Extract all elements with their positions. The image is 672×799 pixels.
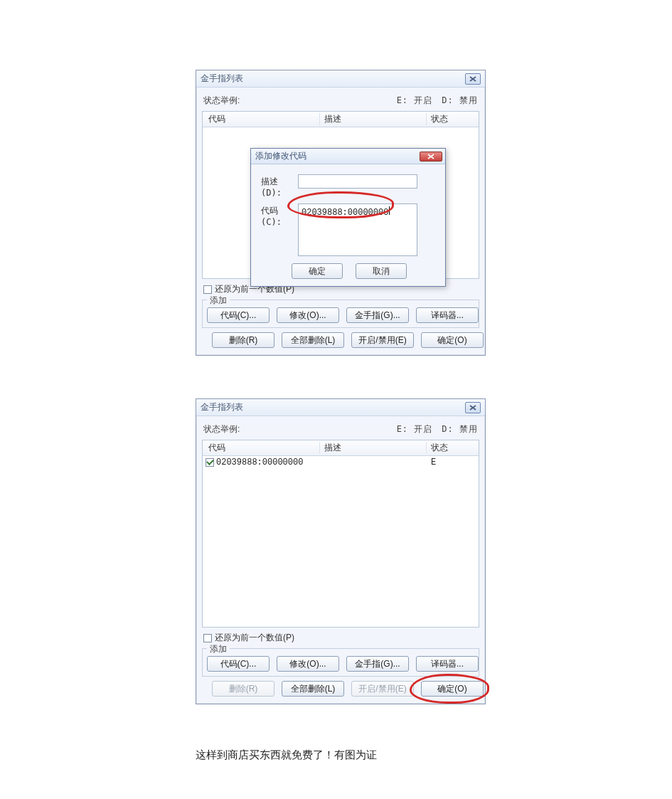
list-header: 代码 描述 状态 (203, 112, 479, 127)
list-body[interactable]: 02039888:00000000 E (203, 456, 479, 627)
status-legend: 状态举例: E: 开启 D: 禁用 (202, 92, 479, 111)
status-legend: 状态举例: E: 开启 D: 禁用 (202, 420, 479, 440)
add-legend: 添加 (207, 295, 230, 307)
code-label: 代码(C): (261, 203, 298, 227)
window-title: 金手指列表 (201, 401, 465, 413)
column-desc[interactable]: 描述 (320, 442, 427, 454)
modify-button[interactable]: 修改(O)... (277, 656, 339, 672)
add-code-button[interactable]: 代码(C)... (207, 307, 270, 323)
window-titlebar[interactable]: 金手指列表 (196, 399, 485, 416)
column-status[interactable]: 状态 (427, 442, 479, 454)
decoder-button[interactable]: 译码器... (416, 656, 479, 672)
status-label: 状态举例: (203, 95, 240, 107)
decoder-button[interactable]: 译码器... (416, 307, 479, 323)
row-code: 02039888:00000000 (216, 457, 303, 467)
window-titlebar[interactable]: 金手指列表 (196, 70, 485, 88)
text-caret (389, 206, 390, 215)
code-value: 02039888:00000000 (302, 208, 388, 218)
code-field[interactable]: 02039888:00000000 (298, 203, 417, 256)
column-desc[interactable]: 描述 (320, 113, 427, 125)
cheat-button[interactable]: 金手指(G)... (346, 307, 409, 323)
status-label: 状态举例: (203, 423, 240, 435)
ok-button[interactable]: 确定(O) (421, 681, 484, 697)
dialog-titlebar[interactable]: 添加修改代码 (251, 149, 445, 164)
toggle-button[interactable]: 开启/禁用(E) (351, 332, 414, 348)
dialog-ok-button[interactable]: 确定 (292, 263, 343, 279)
checkbox-icon[interactable] (203, 634, 212, 642)
modify-button[interactable]: 修改(O)... (277, 307, 339, 323)
desc-label: 描述(D): (261, 174, 298, 198)
table-row[interactable]: 02039888:00000000 E (203, 456, 479, 469)
dialog-title: 添加修改代码 (254, 150, 420, 162)
description-field[interactable] (298, 174, 417, 189)
add-legend: 添加 (207, 643, 230, 655)
ok-button[interactable]: 确定(O) (421, 332, 484, 348)
restore-previous-checkbox[interactable]: 还原为前一个数值(P) (202, 628, 479, 647)
column-status[interactable]: 状态 (427, 113, 479, 125)
cheat-button[interactable]: 金手指(G)... (346, 656, 409, 672)
column-code[interactable]: 代码 (203, 442, 320, 454)
toggle-button[interactable]: 开启/禁用(E) (351, 681, 414, 697)
checkbox-icon[interactable] (203, 285, 212, 294)
delete-button[interactable]: 删除(R) (212, 681, 274, 697)
column-code[interactable]: 代码 (203, 113, 320, 125)
restore-label: 还原为前一个数值(P) (215, 632, 294, 644)
row-status: E (427, 457, 479, 467)
add-group: 添加 代码(C)... 修改(O)... 金手指(G)... 译码器... (202, 648, 479, 677)
delete-all-button[interactable]: 全部删除(L) (282, 332, 344, 348)
delete-all-button[interactable]: 全部删除(L) (282, 681, 344, 697)
close-icon[interactable] (465, 73, 481, 85)
delete-button[interactable]: 删除(R) (212, 332, 274, 348)
window-title: 金手指列表 (201, 73, 465, 85)
close-icon[interactable] (420, 152, 442, 162)
status-examples: E: 开启 D: 禁用 (397, 95, 478, 107)
close-icon[interactable] (465, 402, 481, 413)
status-examples: E: 开启 D: 禁用 (397, 423, 478, 435)
cheat-list-window: 金手指列表 状态举例: E: 开启 D: 禁用 代码 描述 状态 (196, 398, 486, 704)
list-header: 代码 描述 状态 (203, 440, 479, 456)
row-checkbox-icon[interactable] (206, 458, 214, 467)
add-modify-code-dialog: 添加修改代码 描述(D): 代码(C): 02039888:00000000 (250, 148, 446, 287)
add-code-button[interactable]: 代码(C)... (207, 656, 270, 672)
caption-text: 这样到商店买东西就免费了！有图为证 (196, 748, 377, 762)
add-group: 添加 代码(C)... 修改(O)... 金手指(G)... 译码器... (202, 300, 479, 328)
dialog-cancel-button[interactable]: 取消 (356, 263, 407, 279)
cheat-list[interactable]: 代码 描述 状态 02039888:00000000 E (202, 440, 479, 628)
